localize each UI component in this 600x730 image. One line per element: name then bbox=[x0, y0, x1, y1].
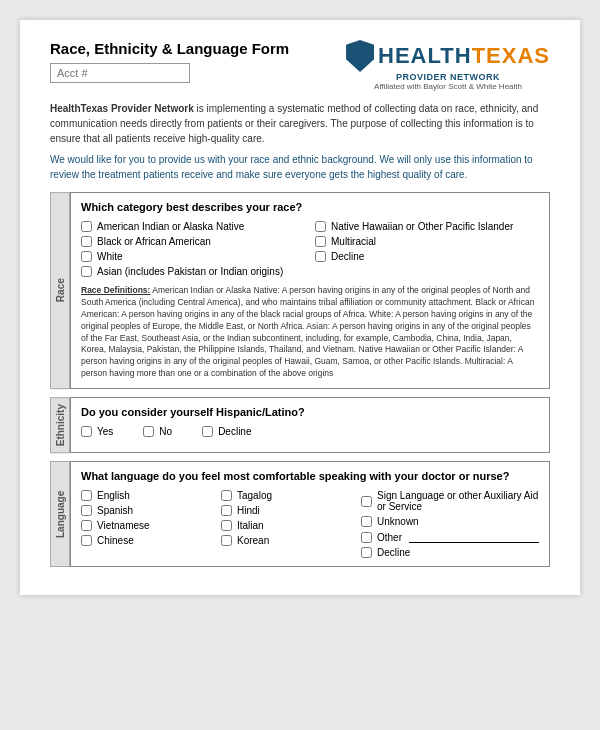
lang-label-hindi: Hindi bbox=[237, 505, 260, 516]
lang-label-english: English bbox=[97, 490, 130, 501]
lang-option-hindi: Hindi bbox=[221, 505, 351, 516]
race-section-label: Race bbox=[50, 192, 70, 389]
intro-paragraph-1: HealthTexas Provider Network is implemen… bbox=[50, 101, 550, 146]
lang-checkbox-unknown[interactable] bbox=[361, 516, 372, 527]
lang-option-decline: Decline bbox=[361, 547, 539, 558]
race-option-multiracial: Multiracial bbox=[315, 236, 539, 247]
lang-label-tagalog: Tagalog bbox=[237, 490, 272, 501]
language-question: What language do you feel most comfortab… bbox=[81, 470, 539, 482]
lang-option-unknown: Unknown bbox=[361, 516, 539, 527]
race-checkbox-black[interactable] bbox=[81, 236, 92, 247]
form-header: Race, Ethnicity & Language Form HEALTHTE… bbox=[50, 40, 550, 91]
definitions-title: Race Definitions: bbox=[81, 285, 150, 295]
logo-health-text: HEALTH bbox=[378, 43, 472, 68]
lang-label-chinese: Chinese bbox=[97, 535, 134, 546]
lang-checkbox-italian[interactable] bbox=[221, 520, 232, 531]
other-line bbox=[409, 531, 539, 543]
ethnicity-section: Ethnicity Do you consider yourself Hispa… bbox=[50, 397, 550, 453]
race-checkbox-white[interactable] bbox=[81, 251, 92, 262]
race-checkbox-multiracial[interactable] bbox=[315, 236, 326, 247]
race-option-white: White bbox=[81, 251, 305, 262]
lang-col3: Sign Language or other Auxiliary Aid or … bbox=[361, 490, 539, 558]
ethnicity-section-label: Ethnicity bbox=[50, 397, 70, 453]
language-section-box: What language do you feel most comfortab… bbox=[70, 461, 550, 567]
race-label-american-indian: American Indian or Alaska Native bbox=[97, 221, 244, 232]
ethnicity-checkbox-no[interactable] bbox=[143, 426, 154, 437]
race-option-decline: Decline bbox=[315, 251, 539, 262]
ethnicity-label-decline: Decline bbox=[218, 426, 251, 437]
logo-affiliate-text: Affiliated with Baylor Scott & White Hea… bbox=[346, 82, 550, 91]
lang-label-korean: Korean bbox=[237, 535, 269, 546]
race-question: Which category best describes your race? bbox=[81, 201, 539, 213]
ethnicity-checkbox-yes[interactable] bbox=[81, 426, 92, 437]
logo-provider-text: PROVIDER NETWORK bbox=[346, 72, 550, 82]
shield-icon bbox=[346, 40, 374, 72]
ethnicity-checkbox-decline[interactable] bbox=[202, 426, 213, 437]
ethnicity-label-no: No bbox=[159, 426, 172, 437]
title-acct-area: Race, Ethnicity & Language Form bbox=[50, 40, 289, 83]
intro-bold: HealthTexas Provider Network bbox=[50, 103, 194, 114]
lang-checkbox-chinese[interactable] bbox=[81, 535, 92, 546]
ethnicity-question: Do you consider yourself Hispanic/Latino… bbox=[81, 406, 539, 418]
lang-checkbox-spanish[interactable] bbox=[81, 505, 92, 516]
race-label-asian: Asian (includes Pakistan or Indian origi… bbox=[97, 266, 283, 277]
form-page: Race, Ethnicity & Language Form HEALTHTE… bbox=[20, 20, 580, 595]
form-title: Race, Ethnicity & Language Form bbox=[50, 40, 289, 57]
lang-label-decline: Decline bbox=[377, 547, 410, 558]
language-options-grid: English Spanish Vietnamese Chinese bbox=[81, 490, 539, 558]
lang-label-vietnamese: Vietnamese bbox=[97, 520, 150, 531]
language-section-label: Language bbox=[50, 461, 70, 567]
lang-checkbox-decline[interactable] bbox=[361, 547, 372, 558]
race-options-grid: American Indian or Alaska Native Native … bbox=[81, 221, 539, 277]
lang-option-tagalog: Tagalog bbox=[221, 490, 351, 501]
logo-texas-text: TEXAS bbox=[472, 43, 550, 68]
lang-col1: English Spanish Vietnamese Chinese bbox=[81, 490, 211, 558]
race-checkbox-native-hawaiian[interactable] bbox=[315, 221, 326, 232]
race-checkbox-american-indian[interactable] bbox=[81, 221, 92, 232]
lang-checkbox-hindi[interactable] bbox=[221, 505, 232, 516]
lang-label-italian: Italian bbox=[237, 520, 264, 531]
logo-area: HEALTHTEXAS PROVIDER NETWORK Affiliated … bbox=[346, 40, 550, 91]
ethnicity-label-yes: Yes bbox=[97, 426, 113, 437]
race-label-black: Black or African American bbox=[97, 236, 211, 247]
lang-option-italian: Italian bbox=[221, 520, 351, 531]
lang-checkbox-other[interactable] bbox=[361, 532, 372, 543]
ethnicity-option-no: No bbox=[143, 426, 172, 437]
lang-checkbox-vietnamese[interactable] bbox=[81, 520, 92, 531]
race-label-multiracial: Multiracial bbox=[331, 236, 376, 247]
race-option-black: Black or African American bbox=[81, 236, 305, 247]
race-label-decline: Decline bbox=[331, 251, 364, 262]
race-option-american-indian: American Indian or Alaska Native bbox=[81, 221, 305, 232]
race-section: Race Which category best describes your … bbox=[50, 192, 550, 389]
lang-label-spanish: Spanish bbox=[97, 505, 133, 516]
race-definitions: Race Definitions: American Indian or Ala… bbox=[81, 285, 539, 380]
lang-checkbox-english[interactable] bbox=[81, 490, 92, 501]
race-section-box: Which category best describes your race?… bbox=[70, 192, 550, 389]
lang-option-chinese: Chinese bbox=[81, 535, 211, 546]
acct-input[interactable] bbox=[50, 63, 190, 83]
definitions-body: American Indian or Alaska Native: A pers… bbox=[81, 285, 534, 378]
lang-option-sign-language: Sign Language or other Auxiliary Aid or … bbox=[361, 490, 539, 512]
lang-col2: Tagalog Hindi Italian Korean bbox=[221, 490, 351, 558]
lang-option-spanish: Spanish bbox=[81, 505, 211, 516]
race-checkbox-asian[interactable] bbox=[81, 266, 92, 277]
lang-label-sign-language: Sign Language or other Auxiliary Aid or … bbox=[377, 490, 539, 512]
lang-option-korean: Korean bbox=[221, 535, 351, 546]
lang-checkbox-sign-language[interactable] bbox=[361, 496, 372, 507]
race-checkbox-decline[interactable] bbox=[315, 251, 326, 262]
intro-paragraph-2: We would like for you to provide us with… bbox=[50, 152, 550, 182]
ethnicity-section-box: Do you consider yourself Hispanic/Latino… bbox=[70, 397, 550, 453]
lang-checkbox-tagalog[interactable] bbox=[221, 490, 232, 501]
ethnicity-options-grid: Yes No Decline bbox=[81, 426, 539, 437]
lang-option-other: Other bbox=[361, 531, 539, 543]
race-option-asian: Asian (includes Pakistan or Indian origi… bbox=[81, 266, 305, 277]
race-label-native-hawaiian: Native Hawaiian or Other Pacific Islande… bbox=[331, 221, 513, 232]
lang-label-other: Other bbox=[377, 532, 402, 543]
lang-option-vietnamese: Vietnamese bbox=[81, 520, 211, 531]
lang-checkbox-korean[interactable] bbox=[221, 535, 232, 546]
lang-option-english: English bbox=[81, 490, 211, 501]
ethnicity-option-decline: Decline bbox=[202, 426, 251, 437]
lang-label-unknown: Unknown bbox=[377, 516, 419, 527]
race-label-white: White bbox=[97, 251, 123, 262]
language-section: Language What language do you feel most … bbox=[50, 461, 550, 567]
